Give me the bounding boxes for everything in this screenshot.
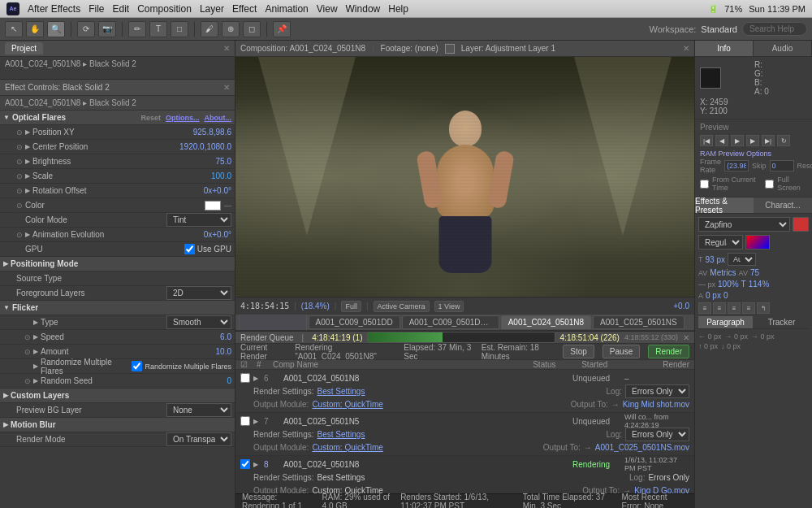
stopwatch-icon[interactable]: ⊙	[24, 333, 31, 341]
pause-button[interactable]: Pause	[603, 345, 640, 358]
menu-layer[interactable]: Layer	[200, 3, 224, 15]
about-link[interactable]: About...	[205, 114, 232, 122]
align-justify-btn[interactable]: ≡	[742, 302, 755, 314]
position-xy-value[interactable]: 925.8,98.6	[193, 128, 231, 137]
ram-preview-options[interactable]: RAM Preview Options	[700, 150, 807, 158]
effect-controls-close[interactable]: ✕	[223, 83, 230, 92]
menu-file[interactable]: File	[89, 3, 104, 15]
tool-zoom[interactable]: 🔍	[47, 21, 65, 37]
project-tab[interactable]: Project	[5, 42, 43, 54]
stopwatch-icon[interactable]: ⊙	[16, 158, 23, 166]
kern-value[interactable]: 75	[750, 268, 759, 277]
scale-t-val[interactable]: T	[741, 280, 746, 289]
tab-render-queue[interactable]: Render Queue	[239, 315, 307, 331]
baseline-val[interactable]: 0 px	[706, 291, 721, 300]
brightness-value[interactable]: 75.0	[216, 157, 231, 166]
tool-brush[interactable]: 🖌	[201, 21, 218, 37]
rq-item-7-check[interactable]	[240, 416, 250, 426]
rq-item-7-render-settings-link[interactable]: Best Settings	[317, 430, 365, 439]
menu-edit[interactable]: Edit	[112, 3, 129, 15]
prev-step-fwd-btn[interactable]: ▶	[746, 135, 759, 146]
stopwatch-icon[interactable]: ⊙	[24, 348, 31, 356]
menu-composition[interactable]: Composition	[137, 3, 192, 15]
prev-play-btn[interactable]: ▶	[731, 135, 744, 146]
zoom-display[interactable]: (18.4%)	[301, 302, 330, 310]
flicker-speed-value[interactable]: 6.0	[220, 332, 231, 341]
color-swatch[interactable]	[205, 201, 221, 211]
scale-value[interactable]: 100.0	[211, 172, 231, 180]
color-swatch-large[interactable]	[700, 67, 721, 89]
stopwatch-icon[interactable]: ⊙	[16, 172, 23, 180]
foreground-layers-dropdown[interactable]: 2D 3D	[166, 286, 231, 300]
tool-shape[interactable]: □	[171, 21, 188, 37]
tab-info[interactable]: Info	[695, 41, 754, 56]
tsshift-val[interactable]: 0	[723, 291, 728, 300]
align-center-btn[interactable]: ≡	[713, 302, 726, 314]
triangle-icon[interactable]: ▶	[253, 375, 258, 382]
font-size-value[interactable]: 93 px	[706, 255, 725, 264]
random-seed-value[interactable]: 0	[227, 376, 231, 385]
tool-pen[interactable]: ✏	[128, 21, 146, 37]
tab-a001-c009-dd2[interactable]: A001_C009_0501DD 2	[402, 315, 499, 329]
flicker-header[interactable]: ▼ Flicker	[0, 301, 235, 315]
rq-item-6-output-to[interactable]: King Mid shot.mov	[623, 400, 689, 409]
flicker-amount-value[interactable]: 10.0	[216, 347, 231, 356]
render-button[interactable]: Render	[648, 345, 689, 358]
randomize-flares-checkbox[interactable]	[132, 361, 142, 371]
fullscreen-checkbox[interactable]	[765, 180, 774, 189]
stopwatch-icon[interactable]: ⊙	[24, 377, 31, 385]
scale-val[interactable]: 100%	[718, 280, 739, 289]
tab-a001-c025-n5[interactable]: A001_C025_0501NS	[593, 315, 685, 329]
comp-close-icon[interactable]: ✕	[683, 44, 689, 53]
tool-pin[interactable]: 📌	[273, 21, 291, 37]
project-close-icon[interactable]: ✕	[223, 44, 230, 53]
tool-camera[interactable]: 📷	[98, 21, 116, 37]
skip-input[interactable]	[770, 160, 794, 172]
options-link[interactable]: Options...	[166, 114, 200, 122]
tool-clone[interactable]: ⊕	[222, 21, 240, 37]
font-color-btn[interactable]	[793, 217, 809, 232]
rq-item-6-output-module-link[interactable]: Custom: QuickTime	[312, 400, 382, 409]
menu-window[interactable]: Window	[346, 3, 381, 15]
tool-text[interactable]: T	[149, 21, 167, 37]
rq-close-icon[interactable]: ✕	[683, 333, 689, 342]
center-position-value[interactable]: 1920.0,1080.0	[179, 142, 231, 151]
stroke-color-btn[interactable]	[745, 235, 770, 250]
align-left-btn[interactable]: ≡	[698, 302, 711, 314]
triangle-icon[interactable]: ▶	[253, 418, 258, 425]
preview-bg-layer-dropdown[interactable]: None	[166, 403, 231, 417]
tracker-tab[interactable]: Tracker	[754, 316, 809, 328]
size-unit-dropdown[interactable]: Auto	[728, 253, 756, 266]
menu-effect[interactable]: Effect	[232, 3, 257, 15]
font-name-dropdown[interactable]: Zapfino	[698, 217, 790, 232]
prev-to-start-btn[interactable]: |◀	[700, 135, 713, 146]
tool-select[interactable]: ↖	[5, 21, 23, 37]
tool-hand[interactable]: ✋	[26, 21, 44, 37]
views-btn[interactable]: 1 View	[434, 301, 464, 312]
prev-step-back-btn[interactable]: ◀	[715, 135, 728, 146]
color-mode-dropdown[interactable]: Tint Normal	[166, 213, 231, 227]
stopwatch-icon[interactable]: ⊙	[16, 128, 23, 137]
triangle-icon[interactable]: ▶	[253, 461, 258, 468]
scale-t-pct[interactable]: 114%	[749, 280, 770, 289]
rq-item-7-output-to[interactable]: A001_C025_0501NS.mov	[595, 443, 689, 452]
rq-item-6-check[interactable]	[240, 373, 250, 383]
motion-blur-header[interactable]: ▶ Motion Blur	[0, 418, 235, 432]
quality-btn[interactable]: Full	[341, 301, 361, 312]
menu-view[interactable]: View	[317, 3, 338, 15]
align-right-btn[interactable]: ≡	[728, 302, 741, 314]
stopwatch-icon[interactable]: ⊙	[16, 187, 23, 195]
view-btn[interactable]: Active Camera	[374, 301, 430, 312]
render-mode-dropdown[interactable]: On Transparent Normal	[166, 432, 231, 446]
tool-eraser[interactable]: ◻	[243, 21, 261, 37]
rotation-offset-value[interactable]: 0x+0.0°	[204, 186, 231, 195]
stopwatch-icon[interactable]: ⊙	[16, 231, 23, 239]
tab-effects-presets[interactable]: Effects & Presets	[695, 198, 754, 213]
stopwatch-icon[interactable]: ⊙	[16, 202, 23, 210]
tab-character[interactable]: Charact...	[754, 198, 812, 213]
search-input[interactable]	[742, 22, 807, 36]
tab-audio[interactable]: Audio	[754, 41, 812, 56]
reset-btn[interactable]: Reset	[140, 114, 161, 122]
para-tab[interactable]: Paragraph	[698, 316, 753, 328]
fps-input[interactable]	[724, 160, 749, 172]
